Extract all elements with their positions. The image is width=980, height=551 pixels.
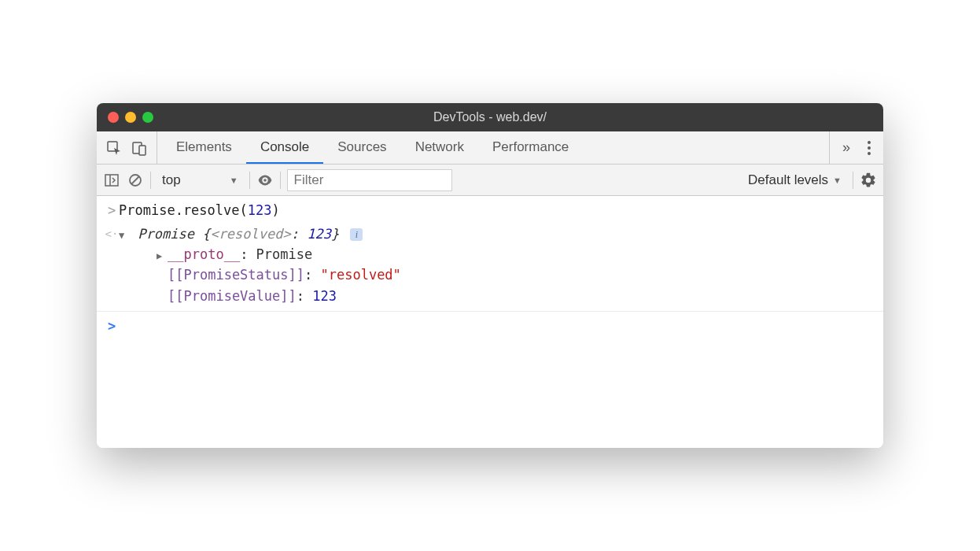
divider	[249, 172, 250, 189]
input-marker-icon: >	[105, 201, 119, 221]
object-disclosure-open-icon[interactable]: ▼	[119, 228, 128, 242]
object-status-tag: <resolved>	[210, 226, 290, 242]
log-levels-select[interactable]: Default levels ▼	[748, 172, 842, 188]
property-promise-status[interactable]: [[PromiseStatus]]: "resolved"	[157, 264, 875, 285]
code-text: )	[271, 202, 279, 218]
tab-elements[interactable]: Elements	[162, 131, 246, 164]
svg-line-6	[131, 176, 139, 184]
chevron-down-icon: ▼	[833, 176, 842, 185]
levels-label: Default levels	[748, 172, 828, 188]
panel-tabs: Elements Console Sources Network Perform…	[157, 131, 829, 164]
console-subtoolbar: top ▼ Default levels ▼	[97, 165, 883, 196]
titlebar: DevTools - web.dev/	[97, 103, 883, 131]
execution-context-select[interactable]: top ▼	[157, 172, 243, 188]
info-badge-icon[interactable]: i	[350, 228, 363, 241]
context-label: top	[162, 172, 181, 188]
property-key: [[PromiseValue]]	[168, 288, 297, 304]
property-proto[interactable]: ▶__proto__: Promise	[157, 244, 875, 264]
object-class-name: Promise	[138, 226, 194, 242]
brace: {	[194, 226, 210, 242]
brace: }	[331, 226, 339, 242]
svg-rect-2	[139, 146, 146, 155]
input-expression: Promise.resolve(123)	[119, 201, 875, 221]
toggle-sidebar-icon[interactable]	[103, 172, 120, 189]
minimize-window-button[interactable]	[125, 112, 136, 123]
output-content: ▼ Promise {<resolved>: 123} i ▶__proto__…	[119, 224, 875, 307]
live-expression-icon[interactable]	[256, 172, 274, 189]
console-output-row: <· ▼ Promise {<resolved>: 123} i ▶__prot…	[97, 223, 883, 309]
divider	[853, 172, 853, 189]
object-summary[interactable]: Promise {<resolved>: 123}	[138, 226, 347, 242]
code-text: Promise.resolve(	[119, 202, 248, 218]
disclosure-closed-icon[interactable]: ▶	[157, 249, 166, 264]
property-key: __proto__	[168, 246, 240, 262]
devtools-window: DevTools - web.dev/ Elements Console Sou…	[97, 103, 883, 448]
property-value: Promise	[256, 246, 313, 262]
code-number: 123	[248, 202, 272, 218]
property-value: "resolved"	[320, 267, 400, 283]
divider	[150, 172, 151, 189]
toolbar-left-group	[97, 131, 157, 164]
toolbar-right-group: »	[829, 131, 883, 164]
tab-console[interactable]: Console	[246, 131, 323, 164]
close-window-button[interactable]	[108, 112, 119, 123]
window-title: DevTools - web.dev/	[97, 110, 883, 124]
device-toolbar-icon[interactable]	[131, 140, 147, 156]
separator: :	[291, 226, 307, 242]
property-key: [[PromiseStatus]]	[168, 267, 304, 283]
console-input-echo: > Promise.resolve(123)	[97, 199, 883, 223]
more-tabs-icon[interactable]: »	[839, 139, 853, 156]
chevron-down-icon: ▼	[230, 176, 238, 185]
divider	[280, 172, 281, 189]
property-value: 123	[312, 288, 337, 304]
tab-network[interactable]: Network	[401, 131, 478, 164]
object-properties: ▶__proto__: Promise [[PromiseStatus]]: "…	[119, 244, 875, 306]
output-marker-icon: <·	[105, 224, 119, 242]
tab-performance[interactable]: Performance	[478, 131, 583, 164]
filter-input[interactable]	[287, 169, 452, 191]
main-toolbar: Elements Console Sources Network Perform…	[97, 131, 883, 165]
settings-menu-icon[interactable]	[864, 141, 874, 155]
console-settings-icon[interactable]	[860, 172, 877, 189]
tab-sources[interactable]: Sources	[323, 131, 400, 164]
svg-rect-3	[105, 175, 118, 186]
clear-console-icon[interactable]	[127, 172, 144, 189]
prompt-caret-icon: >	[105, 316, 119, 337]
console-prompt[interactable]: >	[97, 311, 883, 338]
property-promise-value[interactable]: [[PromiseValue]]: 123	[157, 286, 875, 306]
console-body: > Promise.resolve(123) <· ▼ Promise {<re…	[97, 196, 883, 448]
maximize-window-button[interactable]	[142, 112, 153, 123]
inspect-element-icon[interactable]	[106, 140, 122, 156]
object-resolved-value: 123	[307, 226, 331, 242]
traffic-lights	[97, 112, 153, 123]
